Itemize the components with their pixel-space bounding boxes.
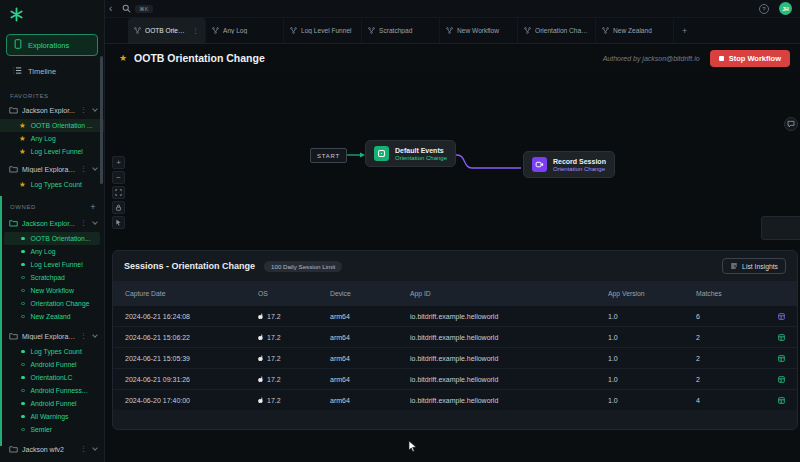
device: arm64 <box>330 397 410 404</box>
add-tab-button[interactable]: + <box>674 18 695 43</box>
favorites-folder-miguel[interactable]: Miguel Explorati... ⋮ <box>0 160 104 178</box>
owned-item[interactable]: OOTB Orientation... <box>4 232 100 245</box>
tab-log-level-funnel[interactable]: Log Level Funnel <box>284 18 362 43</box>
search-icon <box>122 4 131 13</box>
workflow-dot-icon <box>21 276 25 280</box>
canvas-minimap[interactable] <box>761 216 800 240</box>
chevron-down-icon[interactable] <box>92 165 98 171</box>
owned-item[interactable]: Orientation Change <box>0 297 104 310</box>
owned-folder-miguel[interactable]: Miguel Explorati... ⋮ <box>0 327 104 345</box>
chevron-down-icon[interactable] <box>92 219 98 225</box>
favorite-item[interactable]: ★Any Log <box>0 132 104 145</box>
folder-menu-icon[interactable]: ⋮ <box>80 332 87 340</box>
node-title: Default Events <box>395 147 447 154</box>
workflow-canvas[interactable]: + − START Default Events Orientation Cha… <box>105 72 800 250</box>
owned-item[interactable]: Histogram Test <box>0 458 104 462</box>
favorites-folder-jackson[interactable]: Jackson Explor... ⋮ <box>0 101 104 119</box>
owned-item[interactable]: All Warnings <box>0 410 104 423</box>
add-owned-icon[interactable]: + <box>90 202 96 212</box>
table-row[interactable]: 2024-06-21 16:24:08 17.2 arm64 io.bitdri… <box>113 305 797 326</box>
zoom-out-button[interactable]: − <box>112 171 125 184</box>
tab-menu-icon[interactable]: ⋮ <box>192 27 199 35</box>
session-detail-icon[interactable] <box>778 313 785 320</box>
capture-date: 2024-06-21 16:24:08 <box>125 313 258 320</box>
session-detail-icon[interactable] <box>778 376 785 383</box>
mouse-cursor <box>408 438 417 456</box>
canvas-controls: + − <box>112 156 125 229</box>
tab-scratchpad[interactable]: Scratchpad <box>362 18 440 43</box>
owned-item[interactable]: Android Funnel <box>0 397 104 410</box>
sidebar-item-timeline[interactable]: Timeline <box>6 60 98 82</box>
favorite-star-icon[interactable]: ★ <box>119 53 127 63</box>
chevron-down-icon[interactable] <box>92 445 98 451</box>
capture-date: 2024-06-20 17:40:00 <box>125 397 258 404</box>
workflow-icon <box>446 27 453 34</box>
favorite-item[interactable]: ★OOTB Orientation ... <box>0 119 104 132</box>
star-icon: ★ <box>19 181 26 189</box>
tab-any-log[interactable]: Any Log <box>206 18 284 43</box>
folder-menu-icon[interactable]: ⋮ <box>80 219 87 227</box>
default-events-node[interactable]: Default Events Orientation Change <box>365 140 456 167</box>
folder-menu-icon[interactable]: ⋮ <box>80 106 87 114</box>
table-row[interactable]: 2024-06-21 15:06:22 17.2 arm64 io.bitdri… <box>113 326 797 347</box>
collapse-sidebar-icon[interactable]: ‹ <box>109 4 112 14</box>
zoom-in-button[interactable]: + <box>112 156 125 169</box>
table-row[interactable]: 2024-06-21 09:31:26 17.2 arm64 io.bitdri… <box>113 368 797 389</box>
owned-folder-jackson-wfv2[interactable]: Jackson wfv2 ⋮ <box>0 440 104 458</box>
owned-section-label: OWNED + <box>0 202 104 212</box>
fit-view-button[interactable] <box>112 186 125 199</box>
owned-item[interactable]: Android Funness... <box>0 384 104 397</box>
search-button[interactable]: ⌘K <box>122 4 152 13</box>
session-detail-icon[interactable] <box>778 355 785 362</box>
chevron-down-icon[interactable] <box>92 106 98 112</box>
workflow-dot-icon <box>21 263 25 267</box>
list-insights-button[interactable]: List Insights <box>722 258 786 274</box>
owned-item[interactable]: Android Funnel <box>0 358 104 371</box>
sidebar-scrollbar[interactable] <box>100 56 103 184</box>
stop-workflow-button[interactable]: Stop Workflow <box>710 50 790 67</box>
avatar[interactable]: JH <box>779 2 792 15</box>
device: arm64 <box>330 355 410 362</box>
device: arm64 <box>330 313 410 320</box>
session-detail-icon[interactable] <box>778 334 785 341</box>
session-detail-icon[interactable] <box>778 397 785 404</box>
sidebar: Explorations Timeline FAVORITES Jackson … <box>0 0 105 462</box>
lock-button[interactable] <box>112 201 125 214</box>
owned-item[interactable]: Semler <box>0 423 104 436</box>
folder-menu-icon[interactable]: ⋮ <box>80 445 87 453</box>
owned-item[interactable]: Scratchpad <box>0 271 104 284</box>
workflow-dot-icon <box>21 315 25 319</box>
apple-icon <box>258 313 264 320</box>
capture-date: 2024-06-21 15:06:22 <box>125 334 258 341</box>
chevron-down-icon[interactable] <box>92 332 98 338</box>
owned-item[interactable]: Log Level Funnel <box>0 258 104 271</box>
brand-logo-icon[interactable] <box>0 0 104 30</box>
help-icon[interactable]: ? <box>759 4 769 14</box>
workflow-dot-icon <box>21 289 25 293</box>
owned-item[interactable]: OrientationLC <box>0 371 104 384</box>
feedback-chat-icon[interactable] <box>784 117 798 131</box>
owned-item[interactable]: Any Log <box>0 245 104 258</box>
favorite-item[interactable]: ★Log Types Count <box>0 178 104 191</box>
favorite-item[interactable]: ★Log Level Funnel <box>0 145 104 158</box>
owned-item[interactable]: Log Types Count <box>0 345 104 358</box>
start-node[interactable]: START <box>310 148 347 163</box>
app-id: io.bitdrift.example.helloworld <box>410 397 608 404</box>
record-session-node[interactable]: Record Session Orientation Change <box>523 151 615 178</box>
tab-new-zealand[interactable]: New Zealand <box>596 18 674 43</box>
folder-menu-icon[interactable]: ⋮ <box>80 165 87 173</box>
table-row[interactable]: 2024-06-20 17:40:00 17.2 arm64 io.bitdri… <box>113 389 797 410</box>
tab-orientation-change[interactable]: Orientation Change <box>518 18 596 43</box>
tab-new-workflow[interactable]: New Workflow <box>440 18 518 43</box>
tab-ootb-orientation[interactable]: OOTB Orientation... ⋮ <box>128 18 206 43</box>
workflow-icon <box>368 27 375 34</box>
owned-item[interactable]: New Zealand <box>0 310 104 323</box>
owned-folder-jackson[interactable]: Jackson Explor... ⋮ <box>0 214 104 232</box>
table-row[interactable]: 2024-06-21 15:05:39 17.2 arm64 io.bitdri… <box>113 347 797 368</box>
interactive-mode-button[interactable] <box>112 216 125 229</box>
col-device: Device <box>330 290 410 297</box>
workflow-dot-icon <box>21 415 25 419</box>
sidebar-item-explorations[interactable]: Explorations <box>6 34 98 56</box>
matches: 2 <box>696 376 758 383</box>
owned-item[interactable]: New Workflow <box>0 284 104 297</box>
